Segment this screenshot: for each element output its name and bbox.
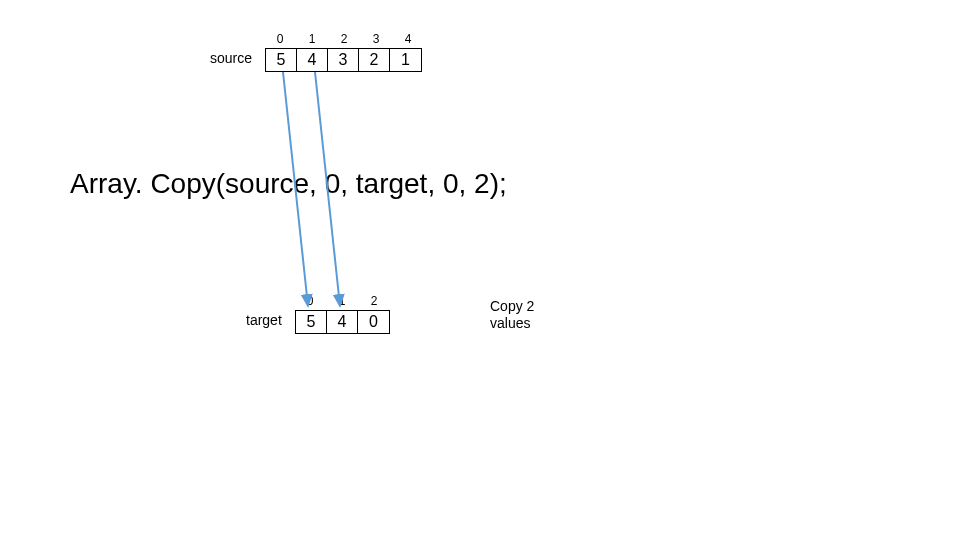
arrows-overlay	[0, 0, 960, 540]
index-label: 0	[264, 32, 296, 46]
array-cell: 1	[390, 49, 421, 71]
index-label: 4	[392, 32, 424, 46]
array-cell: 4	[327, 311, 358, 333]
target-array: 5 4 0	[295, 310, 390, 334]
array-cell: 0	[358, 311, 389, 333]
array-cell: 5	[266, 49, 297, 71]
array-cell: 4	[297, 49, 328, 71]
index-label: 1	[326, 294, 358, 308]
source-array: 5 4 3 2 1	[265, 48, 422, 72]
index-label: 3	[360, 32, 392, 46]
index-label: 1	[296, 32, 328, 46]
array-cell: 5	[296, 311, 327, 333]
array-cell: 2	[359, 49, 390, 71]
array-cell: 3	[328, 49, 359, 71]
annotation-line: Copy 2	[490, 298, 534, 315]
target-index-row: 0 1 2	[294, 294, 390, 308]
annotation-line: values	[490, 315, 534, 332]
copy-annotation: Copy 2 values	[490, 298, 534, 332]
index-label: 2	[328, 32, 360, 46]
index-label: 0	[294, 294, 326, 308]
index-label: 2	[358, 294, 390, 308]
source-label: source	[210, 50, 252, 66]
code-line: Array. Copy(source, 0, target, 0, 2);	[70, 168, 507, 200]
target-label: target	[246, 312, 282, 328]
source-index-row: 0 1 2 3 4	[264, 32, 424, 46]
